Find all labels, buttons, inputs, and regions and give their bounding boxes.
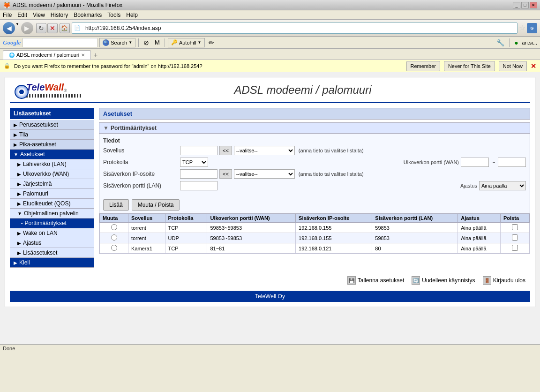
back-button[interactable]: ◀ (3, 22, 15, 34)
sidebar-item-lisaasetukset-sub[interactable]: ▶ Lisäasetukset (10, 248, 94, 258)
lan-ip-input[interactable] (180, 169, 218, 179)
cell-lan-port: 80 (372, 243, 458, 254)
password-bar-close[interactable]: ✕ (531, 62, 536, 70)
sidebar-item-ohjelmallinen[interactable]: ▼ Ohjelmallinen palvelin (10, 209, 94, 219)
lan-ip-arrow-button[interactable]: << (219, 169, 232, 179)
edit-delete-button[interactable]: Muuta / Poista (132, 199, 180, 211)
sidebar-label: Perusasetukset (19, 121, 58, 128)
new-tab-button[interactable]: + (91, 50, 100, 60)
sidebar-item-tila[interactable]: ▶ Tila (10, 130, 94, 140)
sidebar-label: Ajastus (23, 240, 41, 246)
table-row: torrent TCP 59853~59853 192.168.0.155 59… (100, 223, 530, 233)
cell-sovellus: Kamera1 (128, 243, 165, 254)
sidebar-item-ulkoverkko[interactable]: ▶ Ulkoverkko (WAN) (10, 169, 94, 179)
circle-icon-button[interactable]: ⊘ (142, 38, 151, 47)
logo-area: TeleWall® (10, 82, 75, 98)
mail-icon-button[interactable]: M (153, 38, 162, 47)
add-button[interactable]: Lisää (103, 199, 129, 211)
row-radio[interactable] (111, 234, 117, 241)
delete-checkbox[interactable] (512, 224, 518, 230)
lan-ip-hint: (anna tieto tai valitse listalta) (299, 171, 364, 177)
address-bar-container: 📄 ☆ G (72, 23, 537, 34)
sidebar-item-wakeonlan[interactable]: ▶ Wake on LAN (10, 228, 94, 238)
search-label: Search (111, 40, 127, 45)
radio-cell[interactable] (100, 223, 128, 233)
tab-adsl[interactable]: 🌐 ADSL modeemi / palomuuri ✕ (3, 50, 91, 60)
sidebar-item-asetukset[interactable]: ▼ Asetukset (10, 150, 94, 159)
wan-port-from[interactable] (461, 158, 489, 167)
sovellus-select[interactable]: --valitse-- (234, 146, 295, 155)
lan-ip-label: Sisäverkon IP-osoite (103, 171, 178, 177)
sidebar-item-etuoikeudet[interactable]: ▶ Etuoikeudet (QOS) (10, 199, 94, 209)
password-bar: 🔒 Do you want Firefox to remember the pa… (0, 60, 540, 72)
menu-tools[interactable]: Tools (107, 12, 120, 18)
menu-history[interactable]: History (51, 12, 68, 18)
lan-ip-select[interactable]: --valitse-- (234, 169, 295, 179)
maximize-button[interactable]: □ (521, 2, 529, 8)
google-search-input[interactable] (22, 38, 98, 47)
reload-button[interactable]: ↻ (36, 23, 46, 33)
menu-view[interactable]: View (33, 12, 45, 18)
separator3 (509, 38, 510, 47)
sidebar-item-kieli[interactable]: ▶ Kieli (10, 258, 94, 268)
browser-titlebar: 🦊 ADSL modeemi / palomuuri - Mozilla Fir… (0, 0, 540, 10)
row-radio[interactable] (111, 245, 117, 251)
google-search-button[interactable]: 🔍 Search ▼ (99, 38, 135, 47)
protokolla-select[interactable]: TCP UDP Both (180, 158, 208, 167)
tab-close[interactable]: ✕ (81, 53, 85, 58)
autofill-button[interactable]: 🔑 AutoFill ▼ (168, 38, 205, 47)
minimize-button[interactable]: _ (513, 2, 520, 8)
stop-button[interactable]: ✕ (47, 23, 58, 33)
remember-button[interactable]: Remember (406, 61, 440, 71)
not-now-button[interactable]: Not Now (499, 61, 527, 71)
status-icon-button[interactable]: ● (512, 38, 520, 47)
delete-checkbox[interactable] (512, 234, 518, 241)
table-row: torrent UDP 59853~59853 192.168.0.155 59… (100, 233, 530, 243)
search-dropdown[interactable]: ▼ (128, 40, 132, 45)
sidebar-item-pika[interactable]: ▶ Pika-asetukset (10, 140, 94, 150)
schedule-select[interactable]: Aina päällä (479, 181, 526, 190)
wan-port-to[interactable] (498, 158, 526, 167)
home-button[interactable]: 🏠 (60, 23, 70, 33)
sovellus-input[interactable] (180, 146, 218, 155)
radio-cell[interactable] (100, 243, 128, 254)
restart-button[interactable]: 🔄 Uudelleen käynnistys (412, 276, 475, 285)
arrow-icon: ▶ (17, 181, 21, 187)
delete-checkbox[interactable] (512, 245, 518, 251)
sidebar-item-lahiverkko[interactable]: ▶ Lähiverkko (LAN) (10, 159, 94, 169)
cell-wan-port: 59853~59853 (207, 223, 296, 233)
cell-poista[interactable] (501, 233, 530, 243)
back-dropdown[interactable]: ▼ (15, 22, 19, 34)
row-radio[interactable] (111, 224, 117, 230)
sidebar-label: Ohjelmallinen palvelin (24, 210, 79, 217)
save-button[interactable]: 💾 Tallenna asetukset (347, 276, 404, 285)
address-input[interactable] (82, 23, 517, 33)
menu-bookmarks[interactable]: Bookmarks (74, 12, 102, 18)
tools-icon-button[interactable]: 🔧 (495, 38, 506, 47)
pencil-icon-button[interactable]: ✏ (207, 38, 216, 47)
sidebar-item-palomuuri[interactable]: ▶ Palomuuri (10, 189, 94, 199)
radio-cell[interactable] (100, 233, 128, 243)
lan-port-input[interactable] (180, 181, 218, 190)
close-button[interactable]: ✕ (530, 2, 537, 8)
sovellus-arrow-button[interactable]: << (219, 146, 232, 155)
menu-help[interactable]: Help (126, 12, 138, 18)
menu-edit[interactable]: Edit (17, 12, 27, 18)
logout-button[interactable]: 🚪 Kirjaudu ulos (483, 276, 525, 285)
sidebar-item-ajastus[interactable]: ▶ Ajastus (10, 238, 94, 248)
subsection-header[interactable]: ▼ Porttimääritykset (99, 123, 530, 134)
menu-file[interactable]: File (3, 12, 12, 18)
sidebar-item-jarjestelma[interactable]: ▶ Järjestelmä (10, 179, 94, 189)
arrow-icon: ▶ (17, 201, 21, 206)
protokolla-label: Protokolla (103, 159, 178, 166)
never-button[interactable]: Never for This Site (444, 61, 495, 71)
bookmark-star[interactable]: ☆ (519, 23, 525, 32)
user-label: ari.si... (522, 40, 537, 45)
cell-poista[interactable] (501, 243, 530, 254)
cell-lan-ip: 192.168.0.121 (296, 243, 372, 254)
cell-poista[interactable] (501, 223, 530, 233)
sidebar-item-porttimaaritykset[interactable]: • Porttimääritykset (10, 219, 94, 228)
sidebar-item-perusasetukset[interactable]: ▶ Perusasetukset (10, 120, 94, 130)
forward-button[interactable]: ▶ (21, 22, 33, 34)
autofill-dropdown[interactable]: ▼ (198, 40, 202, 45)
